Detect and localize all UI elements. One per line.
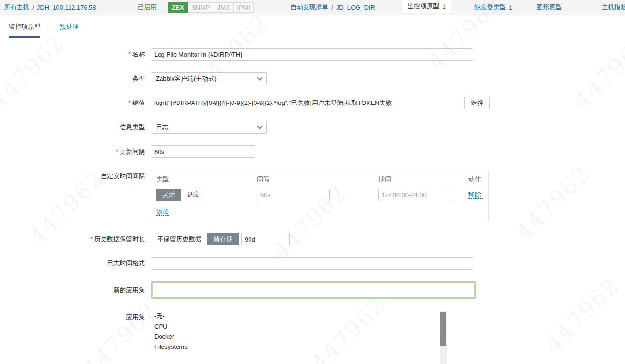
info-type-label: 信息类型 [0, 123, 151, 132]
col-header-type: 类型 [156, 175, 257, 189]
type-label: 类型 [0, 74, 151, 83]
discovery-breadcrumb: 自动发现清单 / JD_LOG_DIR [290, 0, 375, 15]
chevron-down-icon [257, 123, 262, 129]
key-input[interactable] [151, 97, 460, 109]
applications-label: 应用集 [0, 311, 151, 322]
add-interval-link[interactable]: 添加 [156, 208, 169, 216]
interface-zbx-badge: ZBX [168, 2, 188, 13]
tab-preprocessing[interactable]: 预处理 [60, 22, 79, 36]
new-application-label: 新的应用集 [0, 286, 151, 295]
type-select[interactable]: Zabbix客户端(主动式) [151, 72, 267, 85]
history-do-not-keep-button[interactable]: 不保留历史数据 [151, 233, 208, 245]
listbox-scrollbar-thumb[interactable] [440, 312, 446, 346]
application-option-cpu[interactable]: CPU [151, 321, 440, 331]
interval-type-flexible-button[interactable]: 灵活 [156, 189, 181, 201]
update-interval-label: *更新间隔 [0, 147, 151, 156]
breadcrumb-separator: / [32, 4, 34, 11]
required-marker: * [90, 235, 93, 243]
nav-trigger-prototypes[interactable]: 触发器类型 1 [474, 0, 512, 15]
name-input[interactable] [151, 48, 473, 61]
col-header-period: 期间 [378, 175, 468, 189]
form-row-name: *名称 [0, 48, 625, 61]
form-row-custom-intervals: 自定义时间间隔 类型 间隔 期间 动作 灵活 调度 移除 添加 [0, 170, 625, 221]
interval-type-toggle: 灵活 调度 [156, 189, 257, 201]
new-application-highlight [151, 281, 476, 299]
form-row-applications: 应用集 -无- CPU Docker Filesystems [0, 311, 625, 364]
new-application-input[interactable] [152, 283, 475, 297]
form-row-update-interval: *更新间隔 [0, 145, 625, 158]
log-time-format-input[interactable] [151, 257, 473, 270]
listbox-scrollbar-track[interactable] [440, 311, 447, 364]
interval-input[interactable] [257, 189, 330, 201]
nav-trigger-prototypes-count: 1 [509, 4, 512, 11]
nav-host-prototypes-label: 主机模板 [602, 3, 625, 12]
breadcrumb-bar: 所有主机 / JDH_100.112.176.58 已启用 ZBX SNMP J… [0, 0, 625, 15]
nav-item-prototypes-label: 监控项原型 [408, 2, 439, 11]
nav-item-prototypes[interactable]: 监控项原型 1 [402, 0, 451, 13]
discovery-rule-link[interactable]: JD_LOG_DIR [336, 4, 375, 11]
custom-intervals-box: 类型 间隔 期间 动作 灵活 调度 移除 添加 [151, 170, 489, 221]
form-tabs: 监控项原型 预处理 [0, 15, 625, 38]
custom-intervals-header: 类型 间隔 期间 动作 [156, 175, 483, 189]
key-label: *键值 [0, 99, 151, 107]
update-interval-input[interactable] [151, 145, 255, 158]
required-marker: * [128, 51, 131, 58]
breadcrumb-separator: / [331, 4, 333, 11]
key-select-button[interactable]: 选择 [464, 97, 490, 109]
interface-ipmi-badge: IPMI [233, 2, 254, 13]
applications-listbox[interactable]: -无- CPU Docker Filesystems [151, 311, 447, 364]
history-value-input[interactable] [241, 233, 290, 245]
host-status-enabled: 已启用 [138, 0, 157, 15]
nav-graph-prototypes[interactable]: 图形原型 [536, 0, 562, 15]
form-row-type: 类型 Zabbix客户端(主动式) [0, 72, 625, 85]
nav-graph-prototypes-label: 图形原型 [536, 3, 562, 12]
nav-item-prototypes-count: 1 [442, 3, 446, 10]
custom-interval-row: 灵活 调度 移除 [156, 189, 483, 201]
item-prototype-form: *名称 类型 Zabbix客户端(主动式) *键值 选择 信息类型 日志 *更新… [0, 38, 625, 364]
col-header-interval: 间隔 [257, 175, 378, 189]
info-type-select-value: 日志 [156, 123, 168, 132]
breadcrumb-host[interactable]: JDH_100.112.176.58 [37, 4, 96, 11]
history-mode-toggle: 不保留历史数据 储存期 [151, 233, 239, 245]
period-input[interactable] [378, 189, 451, 201]
interval-type-scheduling-button[interactable]: 调度 [181, 189, 206, 201]
type-select-value: Zabbix客户端(主动式) [156, 74, 217, 83]
history-label: *历史数据保留时长 [0, 235, 151, 243]
log-time-format-label: 日志时间格式 [0, 259, 151, 268]
breadcrumb-all-hosts[interactable]: 所有主机 [4, 3, 29, 12]
form-row-history: *历史数据保留时长 不保留历史数据 储存期 [0, 233, 625, 245]
application-option-none[interactable]: -无- [151, 311, 440, 321]
form-row-key: *键值 选择 [0, 97, 625, 109]
tab-item-prototype[interactable]: 监控项原型 [9, 22, 40, 38]
interface-availability-group: ZBX SNMP JMX IPMI [168, 0, 254, 15]
col-header-action: 动作 [468, 175, 483, 189]
discovery-list-link[interactable]: 自动发现清单 [290, 3, 328, 12]
required-marker: * [116, 148, 118, 155]
chevron-down-icon [257, 75, 262, 80]
required-marker: * [128, 99, 131, 106]
application-option-filesystems[interactable]: Filesystems [151, 342, 440, 352]
nav-trigger-prototypes-label: 触发器类型 [474, 3, 506, 12]
info-type-select[interactable]: 日志 [151, 121, 267, 134]
form-row-new-application: 新的应用集 [0, 281, 625, 299]
nav-host-prototypes[interactable]: 主机模板 [602, 0, 625, 15]
form-row-info-type: 信息类型 日志 [0, 121, 625, 134]
application-option-docker[interactable]: Docker [151, 331, 440, 342]
history-storage-period-button[interactable]: 储存期 [207, 233, 239, 245]
name-label: *名称 [0, 50, 151, 59]
custom-intervals-label: 自定义时间间隔 [0, 170, 151, 181]
interface-jmx-badge: JMX [214, 2, 234, 13]
remove-interval-link[interactable]: 移除 [468, 191, 483, 199]
form-row-log-time-format: 日志时间格式 [0, 257, 625, 270]
interface-snmp-badge: SNMP [188, 2, 214, 13]
